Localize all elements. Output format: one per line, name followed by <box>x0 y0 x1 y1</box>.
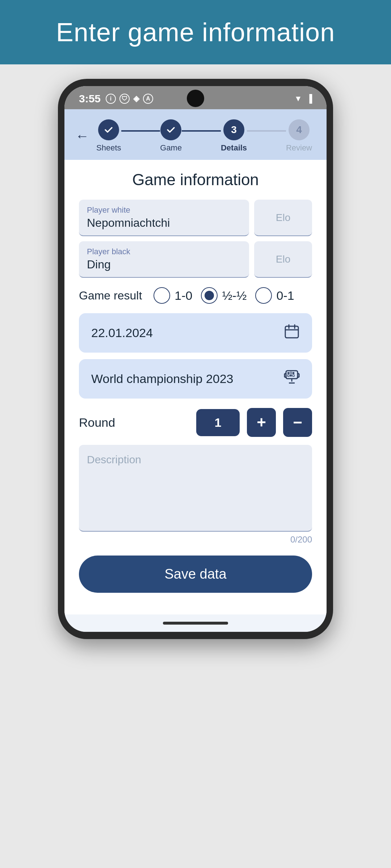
game-result-row: Game result 1-0 ½-½ <box>79 287 312 304</box>
player-black-label: Player black <box>87 247 241 256</box>
player-white-elo[interactable]: Elo <box>254 200 312 236</box>
trophy-icon <box>284 369 300 388</box>
stepper-bar: ← Sheets Game <box>64 109 327 160</box>
player-black-value: Ding <box>87 258 111 271</box>
player-black-field[interactable]: Player black Ding <box>79 241 249 278</box>
svg-rect-17 <box>290 375 292 376</box>
step-line-3 <box>247 130 286 132</box>
player-white-field[interactable]: Player white Nepomniachtchi <box>79 200 249 236</box>
result-option-0-1[interactable]: 0-1 <box>255 287 294 304</box>
date-value: 22.01.2024 <box>91 326 153 340</box>
round-decrement-button[interactable]: − <box>283 408 312 437</box>
stepper: Sheets Game 3 <box>96 119 312 153</box>
shield-icon: 🛡 <box>119 94 130 104</box>
step-label-game: Game <box>160 143 182 153</box>
step-details[interactable]: 3 Details <box>221 119 247 153</box>
banner-title: Enter game information <box>56 17 335 47</box>
player-white-label: Player white <box>87 205 241 215</box>
status-bar: 3:55 i 🛡 ◈ A ▼ ▐ <box>64 86 327 109</box>
droplet-icon: ◈ <box>133 94 139 103</box>
wifi-icon: ▼ <box>294 94 302 103</box>
step-label-sheets: Sheets <box>96 143 121 153</box>
camera-notch <box>187 90 204 107</box>
player-white-value: Nepomniachtchi <box>87 216 170 229</box>
svg-rect-18 <box>293 375 294 376</box>
phone-shell: 3:55 i 🛡 ◈ A ▼ ▐ ← <box>58 79 333 639</box>
home-indicator <box>64 614 327 632</box>
result-text-half: ½-½ <box>222 289 247 303</box>
step-label-details: Details <box>221 143 247 153</box>
result-option-1-0[interactable]: 1-0 <box>154 287 192 304</box>
description-field[interactable]: Description <box>79 445 312 532</box>
round-increment-button[interactable]: + <box>247 408 276 437</box>
elo-black-placeholder: Elo <box>276 254 290 265</box>
step-game[interactable]: Game <box>160 119 182 153</box>
result-option-half[interactable]: ½-½ <box>201 287 247 304</box>
step-circle-sheets <box>98 119 119 140</box>
status-bar-left: 3:55 i 🛡 ◈ A <box>79 93 153 105</box>
info-icon: i <box>106 94 116 104</box>
step-sheets[interactable]: Sheets <box>96 119 121 153</box>
step-line-1 <box>121 130 160 132</box>
date-picker-button[interactable]: 22.01.2024 <box>79 313 312 353</box>
status-time: 3:55 <box>79 93 101 105</box>
step-line-2 <box>182 130 221 132</box>
round-row: Round 1 + − <box>79 408 312 437</box>
svg-rect-15 <box>293 372 294 374</box>
calendar-icon <box>284 323 300 342</box>
step-circle-review: 4 <box>289 119 310 140</box>
svg-rect-13 <box>287 372 289 374</box>
player-black-row: Player black Ding Elo <box>79 241 312 278</box>
description-counter: 0/200 <box>79 535 312 545</box>
step-circle-game <box>160 119 181 140</box>
result-text-1-0: 1-0 <box>175 289 192 303</box>
a-icon: A <box>143 94 153 104</box>
phone-screen: 3:55 i 🛡 ◈ A ▼ ▐ ← <box>64 86 327 632</box>
radio-half <box>201 287 218 304</box>
signal-icon: ▐ <box>306 94 312 103</box>
page-wrapper: Enter game information 3:55 i 🛡 ◈ A ▼ <box>0 0 391 868</box>
top-banner: Enter game information <box>0 0 391 64</box>
elo-white-placeholder: Elo <box>276 212 290 224</box>
tournament-value: World championship 2023 <box>91 372 234 386</box>
form-title: Game information <box>79 171 312 189</box>
svg-rect-16 <box>287 375 289 376</box>
status-right: ▼ ▐ <box>294 94 312 103</box>
player-black-elo[interactable]: Elo <box>254 241 312 278</box>
radio-1-0 <box>154 287 170 304</box>
round-value: 1 <box>196 409 240 436</box>
tournament-button[interactable]: World championship 2023 <box>79 359 312 399</box>
svg-rect-0 <box>285 326 298 338</box>
round-label: Round <box>79 416 189 430</box>
status-icons: i 🛡 ◈ A <box>106 94 153 104</box>
back-button[interactable]: ← <box>75 128 89 144</box>
description-placeholder: Description <box>87 454 141 465</box>
save-button[interactable]: Save data <box>79 556 312 593</box>
radio-0-1 <box>255 287 272 304</box>
step-review[interactable]: 4 Review <box>286 119 312 153</box>
game-result-label: Game result <box>79 289 142 302</box>
svg-rect-14 <box>290 372 292 374</box>
player-white-row: Player white Nepomniachtchi Elo <box>79 200 312 236</box>
main-content: Game information Player white Nepomniach… <box>64 160 327 614</box>
result-text-0-1: 0-1 <box>276 289 294 303</box>
step-circle-details: 3 <box>223 119 244 140</box>
home-bar <box>163 622 228 625</box>
radio-inner-half <box>205 291 214 300</box>
step-label-review: Review <box>286 143 312 153</box>
